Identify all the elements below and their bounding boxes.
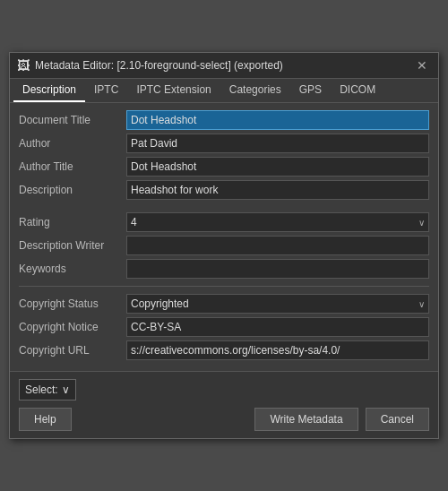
copyright-status-select[interactable]: Copyrighted ∨: [126, 294, 429, 314]
tab-gps[interactable]: GPS: [290, 79, 331, 102]
cancel-button[interactable]: Cancel: [366, 408, 429, 431]
keywords-label: Keywords: [19, 263, 126, 275]
document-title-label: Document Title: [19, 114, 126, 126]
tab-categories[interactable]: Categories: [220, 79, 290, 102]
metadata-editor-window: 🖼 Metadata Editor: [2.10-foreground-sele…: [9, 52, 439, 439]
help-button[interactable]: Help: [19, 408, 72, 431]
section-divider: [19, 286, 429, 287]
keywords-row: Keywords: [19, 259, 429, 279]
tab-dicom[interactable]: DICOM: [331, 79, 384, 102]
description-row: Description: [19, 180, 429, 200]
footer: Select: ∨ Help Write Metadata Cancel: [10, 371, 438, 438]
footer-top: Select: ∨: [19, 379, 429, 401]
rating-value: 4: [131, 216, 137, 228]
tab-bar: Description IPTC IPTC Extension Categori…: [10, 79, 438, 103]
titlebar: 🖼 Metadata Editor: [2.10-foreground-sele…: [10, 53, 438, 79]
select-label: Select:: [25, 383, 58, 396]
description-label: Description: [19, 184, 126, 196]
tab-description[interactable]: Description: [13, 79, 85, 102]
rating-arrow: ∨: [418, 218, 425, 228]
copyright-status-value: Copyrighted: [131, 297, 189, 310]
select-dropdown[interactable]: Select: ∨: [19, 379, 76, 401]
copyright-url-input[interactable]: [126, 340, 429, 360]
copyright-notice-row: Copyright Notice: [19, 317, 429, 337]
copyright-url-label: Copyright URL: [19, 344, 126, 357]
select-arrow-icon: ∨: [62, 383, 70, 396]
copyright-status-arrow: ∨: [418, 299, 425, 309]
author-row: Author: [19, 134, 429, 153]
tab-iptc-extension[interactable]: IPTC Extension: [127, 79, 220, 102]
description-writer-row: Description Writer: [19, 236, 429, 255]
copyright-status-row: Copyright Status Copyrighted ∨: [19, 294, 429, 314]
author-label: Author: [19, 137, 126, 150]
rating-label: Rating: [19, 216, 126, 228]
description-writer-input[interactable]: [126, 236, 429, 255]
tab-iptc[interactable]: IPTC: [85, 79, 127, 102]
description-writer-label: Description Writer: [19, 239, 126, 252]
author-input[interactable]: [126, 134, 429, 153]
rating-select[interactable]: 4 ∨: [126, 212, 429, 232]
description-input[interactable]: [126, 180, 429, 200]
form-content: Document Title Author Author Title Descr…: [10, 103, 438, 371]
copyright-notice-label: Copyright Notice: [19, 321, 126, 333]
write-metadata-button[interactable]: Write Metadata: [254, 408, 358, 431]
app-icon: 🖼: [17, 58, 30, 73]
copyright-url-row: Copyright URL: [19, 340, 429, 360]
copyright-status-label: Copyright Status: [19, 297, 126, 310]
author-title-row: Author Title: [19, 157, 429, 177]
footer-buttons: Help Write Metadata Cancel: [19, 408, 429, 431]
rating-row: Rating 4 ∨: [19, 212, 429, 232]
keywords-input[interactable]: [126, 259, 429, 279]
close-button[interactable]: ✕: [413, 57, 431, 73]
window-title: Metadata Editor: [2.10-foreground-select…: [35, 59, 283, 72]
copyright-notice-input[interactable]: [126, 317, 429, 337]
author-title-input[interactable]: [126, 157, 429, 177]
author-title-label: Author Title: [19, 160, 126, 173]
document-title-input[interactable]: [126, 110, 429, 130]
titlebar-left: 🖼 Metadata Editor: [2.10-foreground-sele…: [17, 58, 283, 73]
document-title-row: Document Title: [19, 110, 429, 130]
